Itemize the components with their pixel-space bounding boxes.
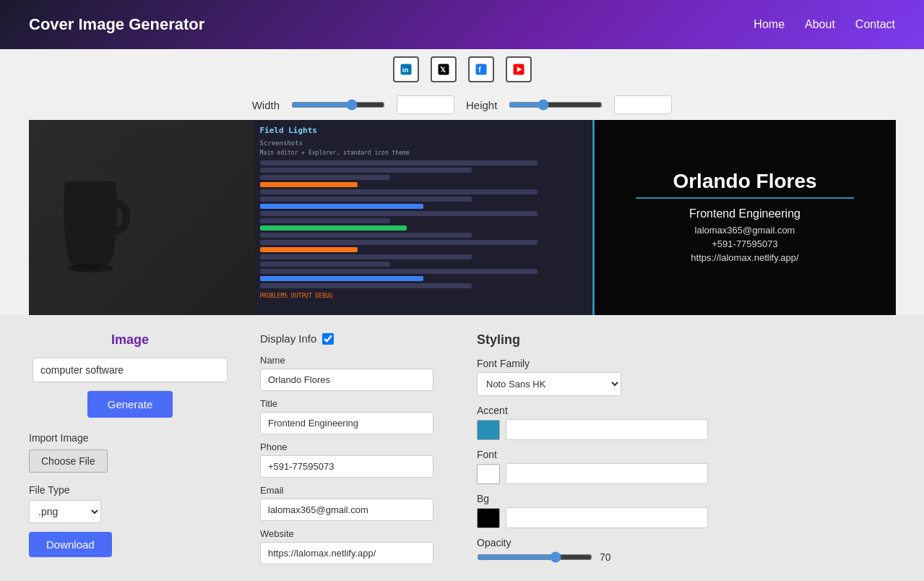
accent-color-swatch[interactable] <box>477 420 500 440</box>
code-line <box>260 233 472 238</box>
opacity-slider[interactable] <box>477 551 592 563</box>
accent-color-input[interactable]: #258fb6 <box>506 419 708 440</box>
youtube-icon[interactable] <box>506 56 532 82</box>
code-line <box>260 168 472 173</box>
bg-color-swatch[interactable] <box>477 508 500 528</box>
code-line <box>260 283 472 288</box>
phone-label: Phone <box>260 442 448 452</box>
code-line <box>260 175 391 180</box>
linkedin-icon[interactable]: in <box>393 56 419 82</box>
bg-color-row: Bg #000000d9 <box>477 493 895 528</box>
phone-group: Phone <box>260 442 448 478</box>
facebook-icon[interactable]: f <box>468 56 494 82</box>
font-color-input[interactable]: #ffffff <box>506 463 708 484</box>
main-nav: Home About Contact <box>754 18 895 31</box>
x-twitter-icon[interactable]: 𝕏 <box>431 56 457 82</box>
name-input[interactable] <box>260 369 433 391</box>
svg-text:f: f <box>478 65 481 74</box>
bg-color-input[interactable]: #000000d9 <box>506 507 708 528</box>
email-label: Email <box>260 485 448 496</box>
bg-color-label: Bg <box>477 493 895 504</box>
code-line <box>260 182 358 187</box>
phone-input[interactable] <box>260 455 433 478</box>
nav-contact[interactable]: Contact <box>855 18 895 31</box>
font-color-swatch[interactable] <box>477 464 500 484</box>
website-input[interactable] <box>260 542 433 564</box>
file-type-label: File Type <box>29 484 70 496</box>
website-group: Website <box>260 528 448 564</box>
preview-name: Orlando Flores <box>673 170 816 193</box>
width-input[interactable]: 1200 <box>397 95 454 114</box>
font-color-label: Font <box>477 449 895 460</box>
preview-info-panel: Orlando Flores Frontend Engineering lalo… <box>592 120 896 315</box>
preview-email: lalomax365@gmail.com <box>695 225 795 236</box>
opacity-label: Opacity <box>477 537 895 548</box>
opacity-control-row: 70 <box>477 551 895 563</box>
font-family-row: Font Family Noto Sans HK Arial Roboto Op… <box>477 358 895 396</box>
code-line <box>260 204 423 209</box>
code-line <box>260 276 423 281</box>
code-line <box>260 225 407 231</box>
height-slider[interactable] <box>509 99 603 111</box>
image-search-input[interactable] <box>33 358 228 382</box>
code-line <box>260 240 537 245</box>
height-input[interactable]: 275 <box>614 95 672 114</box>
opacity-row: Opacity 70 <box>477 537 895 563</box>
font-family-select[interactable]: Noto Sans HK Arial Roboto Open Sans <box>477 372 621 396</box>
file-type-select[interactable]: .png .jpg .webp <box>29 500 101 523</box>
name-group: Name <box>260 355 448 391</box>
import-image-label: Import Image <box>29 432 88 444</box>
accent-label: Accent <box>477 405 895 416</box>
title-label: Title <box>260 398 448 409</box>
preview-website: https://lalomax.netlify.app/ <box>691 252 798 263</box>
social-bar: in 𝕏 f <box>0 49 924 90</box>
coffee-cup-decoration <box>51 160 137 275</box>
svg-text:in: in <box>402 66 408 74</box>
image-panel: Image Generate Import Image Choose File … <box>29 332 231 572</box>
preview-phone: +591-77595073 <box>712 238 777 249</box>
code-screen: Field Lights Screenshots Main editor + E… <box>254 120 592 315</box>
email-group: Email <box>260 485 448 521</box>
code-line <box>260 247 358 252</box>
code-header: Field Lights <box>260 126 587 135</box>
font-family-label: Font Family <box>477 358 895 369</box>
display-panel: Display Info Name Title Phone Email Webs… <box>260 332 448 572</box>
nav-about[interactable]: About <box>805 18 835 31</box>
image-panel-title: Image <box>111 332 149 348</box>
code-line <box>260 262 391 267</box>
code-line <box>260 218 391 223</box>
preview-image: Field Lights Screenshots Main editor + E… <box>29 120 896 315</box>
width-slider[interactable] <box>291 99 385 111</box>
main-content: Image Generate Import Image Choose File … <box>0 315 924 581</box>
app-title: Cover Image Generator <box>29 15 204 34</box>
name-label: Name <box>260 355 448 366</box>
code-line <box>260 197 472 202</box>
title-input[interactable] <box>260 412 433 434</box>
title-group: Title <box>260 398 448 434</box>
email-input[interactable] <box>260 499 433 521</box>
svg-point-9 <box>67 264 113 272</box>
nav-home[interactable]: Home <box>754 18 785 31</box>
svg-rect-4 <box>475 64 486 75</box>
accent-row: Accent #258fb6 <box>477 405 895 440</box>
font-color-row: Font #ffffff <box>477 449 895 484</box>
code-line <box>260 269 537 274</box>
bg-color-picker-row: #000000d9 <box>477 507 895 528</box>
accent-color-row: #258fb6 <box>477 419 895 440</box>
styling-title: Styling <box>477 332 895 348</box>
opacity-value: 70 <box>600 551 611 563</box>
preview-container: Field Lights Screenshots Main editor + E… <box>0 120 924 315</box>
display-info-row: Display Info <box>260 332 448 345</box>
styling-panel: Styling Font Family Noto Sans HK Arial R… <box>477 332 895 572</box>
website-label: Website <box>260 528 448 539</box>
height-label: Height <box>466 99 497 111</box>
code-line <box>260 160 537 165</box>
generate-button[interactable]: Generate <box>87 391 173 418</box>
download-button[interactable]: Download <box>29 532 112 557</box>
preview-job-title: Frontend Engineering <box>689 207 800 220</box>
display-info-checkbox[interactable] <box>322 333 334 345</box>
preview-name-underline <box>636 197 854 199</box>
font-color-picker-row: #ffffff <box>477 463 895 484</box>
width-label: Width <box>252 99 280 111</box>
choose-file-button[interactable]: Choose File <box>29 449 108 473</box>
